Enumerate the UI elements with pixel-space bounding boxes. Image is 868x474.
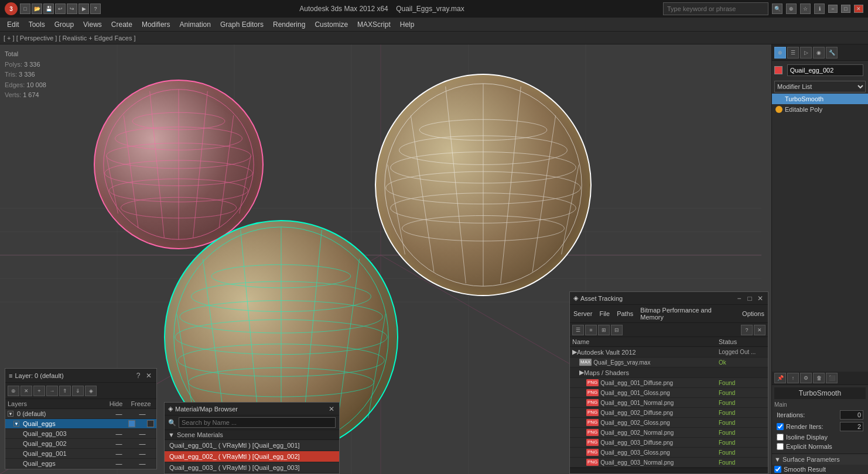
asset-help-icon[interactable]: ? [741,325,753,335]
asset-item-maxfile[interactable]: MAX Quail_Eggs_vray.max Ok [570,358,768,367]
asset-menu-paths[interactable]: Paths [616,310,634,318]
asset-item-png7[interactable]: PNG Quail_egg_003_Diffuse.png Found [570,438,768,448]
asset-group-maps[interactable]: ▶ Maps / Shaders [570,367,768,378]
menu-tools[interactable]: Tools [24,19,50,30]
asset-item-png8[interactable]: PNG Quail_egg_003_Gloss.png Found [570,448,768,458]
asset-table-icon[interactable]: ⊟ [611,325,623,335]
layer-hide-egg002[interactable]: — [107,440,131,447]
undo-button[interactable]: ↩ [55,4,66,14]
layer-item-egg003[interactable]: Quail_egg_003 — — [5,429,156,439]
asset-detail-icon[interactable]: ≡ [585,325,597,335]
menu-rendering[interactable]: Rendering [268,19,310,30]
asset-item-png5[interactable]: PNG Quail_egg_002_Gloss.png Found [570,418,768,428]
layer-item-default[interactable]: ▼ 0 (default) — — [5,409,156,419]
motion-icon[interactable]: ▷ [800,47,812,59]
search-icon[interactable]: 🔍 [772,4,782,14]
material-browser-search-input[interactable] [179,417,336,428]
layer-freeze-quail-eggs-child[interactable]: — [131,460,154,467]
asset-item-png3[interactable]: PNG Quail_egg_001_Normal.png Found [570,398,768,408]
open-button[interactable]: 📂 [32,4,42,14]
layer-hide-egg003[interactable]: — [107,430,131,437]
egg-object-2[interactable] [375,74,592,296]
find-icon[interactable]: ⊕ [786,4,797,14]
asset-close-icon2[interactable]: ✕ [754,325,766,335]
layer-item-quail-eggs[interactable]: ▼ Quail_eggs [5,419,156,429]
layer-freeze-egg003[interactable]: — [131,430,154,437]
layers-help-button[interactable]: ? [134,372,142,380]
menu-graph-editors[interactable]: Graph Editors [216,19,268,30]
utilities-icon[interactable]: 🔧 [826,47,838,59]
mat-item-egg002[interactable]: Quail_egg_002_ ( VRayMtl ) [Quail_egg_00… [165,451,339,462]
layer-item-quail-eggs-child[interactable]: Quail_eggs — — [5,459,156,469]
asset-menu-server[interactable]: Server [572,310,593,318]
layers-new-button[interactable]: + [33,386,45,396]
material-browser-scene-header[interactable]: ▼ Scene Materials [165,430,339,440]
iterations-input[interactable] [840,410,863,420]
redo-button[interactable]: ↪ [67,4,77,14]
asset-item-png6[interactable]: PNG Quail_egg_002_Normal.png Found [570,428,768,438]
layer-item-egg001[interactable]: Quail_egg_001 — — [5,449,156,459]
surface-params-header[interactable]: ▼ Surface Parameters [772,454,868,465]
explicit-normals-checkbox[interactable] [777,443,784,450]
mat-item-egg001[interactable]: Quail_egg_001_ ( VRayMtl ) [Quail_egg_00… [165,440,339,451]
asset-item-png2[interactable]: PNG Quail_egg_001_Gloss.png Found [570,388,768,398]
help-button[interactable]: ? [90,4,101,14]
smooth-result-checkbox[interactable] [774,466,781,473]
layer-freeze-quail-eggs[interactable] [147,420,154,427]
asset-item-png4[interactable]: PNG Quail_egg_002_Diffuse.png Found [570,408,768,418]
mat-item-egg003[interactable]: Quail_egg_003_ ( VRayMtl ) [Quail_egg_00… [165,462,339,473]
asset-grid-icon[interactable]: ⊞ [598,325,610,335]
save-button[interactable]: 💾 [43,4,54,14]
display-icon[interactable]: ◉ [813,47,825,59]
asset-tracking-maximize-button[interactable]: □ [746,294,754,303]
layers-move-down-button[interactable]: ⇓ [72,386,84,396]
layer-freeze-default[interactable]: — [131,410,154,417]
asset-group-vault[interactable]: ▶ Autodesk Vault 2012 Logged Out ... [570,347,768,358]
modifier-turbosmooth[interactable]: TurboSmooth [772,94,868,104]
asset-item-png9[interactable]: PNG Quail_egg_003_Normal.png Found [570,458,768,468]
render-iters-checkbox[interactable] [777,423,784,430]
layers-add-button[interactable]: ⊕ [8,386,19,396]
layers-close-button[interactable]: ✕ [145,372,153,380]
mod-copy-button[interactable]: ⬛ [826,373,838,383]
maximize-button[interactable]: □ [841,5,850,13]
menu-create[interactable]: Create [107,19,137,30]
menu-modifiers[interactable]: Modifiers [137,19,175,30]
layers-object-button[interactable]: ◈ [85,386,97,396]
layer-hide-default[interactable]: — [107,410,131,417]
layer-hide-quail-eggs[interactable] [128,420,135,427]
modifier-editablepoly[interactable]: Editable Poly [772,104,868,115]
search-input[interactable] [663,2,768,15]
layer-hide-egg001[interactable]: — [107,450,131,457]
mod-move-up-button[interactable]: ↑ [787,373,799,383]
object-color-swatch[interactable] [774,66,782,74]
modifier-list-dropdown[interactable]: Modifier List [774,81,866,92]
render-button[interactable]: ▶ [78,4,89,14]
asset-item-png1[interactable]: PNG Quail_egg_001_Diffuse.png Found [570,378,768,388]
mod-config-button[interactable]: ⚙ [800,373,812,383]
asset-menu-file[interactable]: File [598,310,611,318]
asset-scrollbar-bottom[interactable] [570,468,768,473]
info-icon[interactable]: ℹ [814,4,825,14]
layer-freeze-egg001[interactable]: — [131,450,154,457]
layer-item-egg002[interactable]: Quail_egg_002 — — [5,439,156,449]
layers-move-button[interactable]: ⇑ [59,386,71,396]
modify-icon[interactable]: ⊕ [774,47,786,59]
asset-tracking-minimize-button[interactable]: − [735,294,743,303]
mod-delete-button[interactable]: 🗑 [813,373,825,383]
asset-tracking-close-button[interactable]: ✕ [756,294,764,303]
bookmark-icon[interactable]: ☆ [800,4,811,14]
object-name-field[interactable] [787,64,863,76]
menu-views[interactable]: Views [78,19,107,30]
menu-edit[interactable]: Edit [2,19,24,30]
menu-animation[interactable]: Animation [175,19,216,30]
asset-list-icon[interactable]: ☰ [572,325,584,335]
hierarchy-icon[interactable]: ☰ [787,47,799,59]
close-button[interactable]: ✕ [854,5,863,13]
menu-help[interactable]: Help [395,19,419,30]
asset-menu-bitmap[interactable]: Bitmap Performance and Memory [639,306,736,321]
layer-toggle-default[interactable]: ▼ [8,411,13,417]
render-iters-input[interactable] [840,422,863,431]
material-browser-close-button[interactable]: ✕ [327,405,336,413]
layers-select-button[interactable]: → [46,386,58,396]
